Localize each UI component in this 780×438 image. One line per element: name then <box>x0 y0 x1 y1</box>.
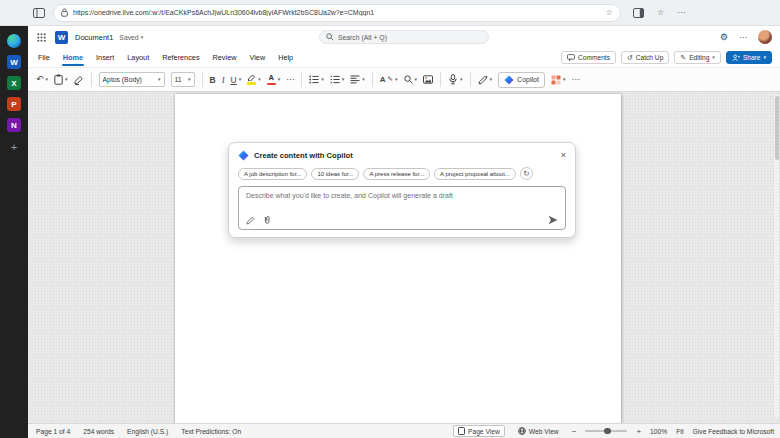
designer-icon <box>551 75 561 85</box>
address-bar[interactable]: https://onedrive.live.com/:w:/t/EaCKkPs6… <box>53 4 621 22</box>
search-icon <box>326 33 334 41</box>
styles-button[interactable]: A ✎ ▾ <box>380 75 398 84</box>
align-left-icon <box>350 75 360 84</box>
suggestion-job-description[interactable]: A job description for... <box>238 168 307 180</box>
editing-mode-button[interactable]: ✎ Editing ▾ <box>674 51 721 64</box>
new-tab-icon[interactable]: + <box>11 142 17 153</box>
browser-tab-word-icon[interactable]: W <box>7 55 21 69</box>
font-size-select[interactable]: 11 ▾ <box>171 72 195 87</box>
comments-button[interactable]: Comments <box>561 51 616 64</box>
styles-pen-icon: ✎ <box>388 76 393 83</box>
catch-up-button[interactable]: ↺ Catch Up <box>621 51 669 64</box>
scrollbar-thumb[interactable] <box>775 96 779 160</box>
saved-status[interactable]: Saved <box>119 34 138 41</box>
zoom-level[interactable]: 100% <box>650 428 667 435</box>
menu-bar: File Home Insert Layout References Revie… <box>28 48 780 67</box>
menu-layout[interactable]: Layout <box>127 51 149 64</box>
header-more-icon[interactable]: ⋯ <box>739 33 747 42</box>
page-count[interactable]: Page 1 of 4 <box>36 428 70 435</box>
zoom-in-icon[interactable]: + <box>636 427 641 436</box>
font-color-swatch <box>267 83 276 85</box>
saved-chevron-icon[interactable]: ▾ <box>141 35 144 40</box>
zoom-slider[interactable] <box>585 430 627 432</box>
browser-tab-onenote-icon[interactable]: N <box>7 118 21 132</box>
web-view-button[interactable]: Web View <box>514 426 563 436</box>
copilot-dialog: Create content with Copilot × A job desc… <box>228 142 576 238</box>
attach-paperclip-icon[interactable] <box>263 215 271 225</box>
copilot-prompt-input[interactable]: Describe what you'd like to create, and … <box>238 186 566 230</box>
numbering-button[interactable]: ▾ <box>330 75 345 84</box>
ribbon: ↶ ▾ ▾ Aptos (Body) ▾ 11 ▾ B I U ▾ <box>28 67 780 92</box>
editor-button[interactable]: ▾ <box>478 75 493 85</box>
bullet-list-icon <box>309 75 319 84</box>
word-count[interactable]: 254 words <box>83 428 114 435</box>
find-button[interactable]: ▾ <box>404 75 418 84</box>
bold-button[interactable]: B <box>210 75 216 85</box>
menu-home[interactable]: Home <box>63 51 83 64</box>
paste-button[interactable]: ▾ <box>54 74 68 85</box>
font-name-select[interactable]: Aptos (Body) ▾ <box>99 72 165 87</box>
menu-insert[interactable]: Insert <box>96 51 114 64</box>
zoom-out-icon[interactable]: − <box>572 427 577 436</box>
zoom-slider-thumb[interactable] <box>604 428 611 435</box>
browser-sidebar: W X P N + <box>0 26 28 438</box>
browser-toolbar: ☆ ⋯ <box>633 8 685 18</box>
editing-chevron-icon: ▾ <box>712 55 715 60</box>
format-painter-button[interactable] <box>74 75 84 85</box>
copilot-dialog-icon <box>238 150 249 161</box>
designer-button[interactable]: ▾ <box>551 75 566 85</box>
share-button[interactable]: Share ▾ <box>726 51 772 64</box>
underline-button[interactable]: U ▾ <box>231 75 242 85</box>
url-text: https://onedrive.live.com/:w:/t/EaCKkPs6… <box>73 9 601 16</box>
page-view-button[interactable]: Page View <box>453 425 505 437</box>
browser-more-icon[interactable]: ⋯ <box>677 8 685 17</box>
dictate-button[interactable]: ▾ <box>448 74 463 85</box>
menu-view[interactable]: View <box>249 51 265 64</box>
picture-button[interactable] <box>423 75 433 84</box>
compose-pen-icon[interactable] <box>246 216 255 225</box>
menu-review[interactable]: Review <box>213 51 237 64</box>
copilot-button[interactable]: Copilot <box>498 72 545 88</box>
suggestion-press-release[interactable]: A press release for... <box>363 168 430 180</box>
font-more-icon[interactable]: ⋯ <box>286 75 294 84</box>
favorites-bar-icon[interactable]: ☆ <box>657 8 664 17</box>
suggestion-ten-ideas[interactable]: 10 ideas for... <box>311 168 359 180</box>
search-box[interactable]: Search (Alt + Q) <box>319 30 489 44</box>
vertical-tabs-icon[interactable] <box>32 6 45 19</box>
picture-icon <box>423 75 433 84</box>
highlight-color-button[interactable]: ▾ <box>247 74 261 84</box>
feedback-link[interactable]: Give Feedback to Microsoft <box>693 428 774 435</box>
browser-chrome: https://onedrive.live.com/:w:/t/EaCKkPs6… <box>0 0 780 26</box>
find-icon <box>404 75 413 84</box>
format-painter-icon <box>74 75 84 85</box>
ribbon-more-icon[interactable]: ⋯ <box>571 75 579 84</box>
browser-tab-excel-icon[interactable]: X <box>7 76 21 90</box>
menu-file[interactable]: File <box>38 51 50 64</box>
suggestion-project-proposal[interactable]: A project proposal about... <box>434 168 516 180</box>
italic-button[interactable]: I <box>222 75 225 85</box>
text-predictions[interactable]: Text Predictions: On <box>181 428 241 435</box>
send-icon[interactable] <box>548 215 558 225</box>
user-avatar[interactable] <box>758 30 772 44</box>
app-header: W Document1 Saved ▾ Search (Alt + Q) ⚙ ⋯ <box>28 26 780 48</box>
browser-sidebar-icon[interactable] <box>633 8 644 18</box>
alignment-button[interactable]: ▾ <box>350 75 365 84</box>
browser-tab-powerpoint-icon[interactable]: P <box>7 97 21 111</box>
fit-button[interactable]: Fit <box>676 428 683 435</box>
document-title[interactable]: Document1 <box>75 33 113 42</box>
menu-help[interactable]: Help <box>278 51 293 64</box>
favorite-star-icon[interactable]: ☆ <box>606 8 613 17</box>
menu-references[interactable]: References <box>162 51 199 64</box>
highlighter-icon <box>247 74 256 81</box>
bullets-button[interactable]: ▾ <box>309 75 324 84</box>
font-color-button[interactable]: A ▾ <box>267 74 281 85</box>
copilot-input-placeholder: Describe what you'd like to create, and … <box>246 192 453 199</box>
undo-button[interactable]: ↶ ▾ <box>36 75 48 84</box>
browser-tab-edge-icon[interactable] <box>7 34 21 48</box>
vertical-scrollbar[interactable] <box>774 94 779 418</box>
app-launcher-icon[interactable] <box>37 33 46 42</box>
close-icon[interactable]: × <box>561 151 566 160</box>
refresh-suggestions-icon[interactable]: ↻ <box>520 167 533 180</box>
language[interactable]: English (U.S.) <box>127 428 168 435</box>
settings-gear-icon[interactable]: ⚙ <box>720 32 728 42</box>
